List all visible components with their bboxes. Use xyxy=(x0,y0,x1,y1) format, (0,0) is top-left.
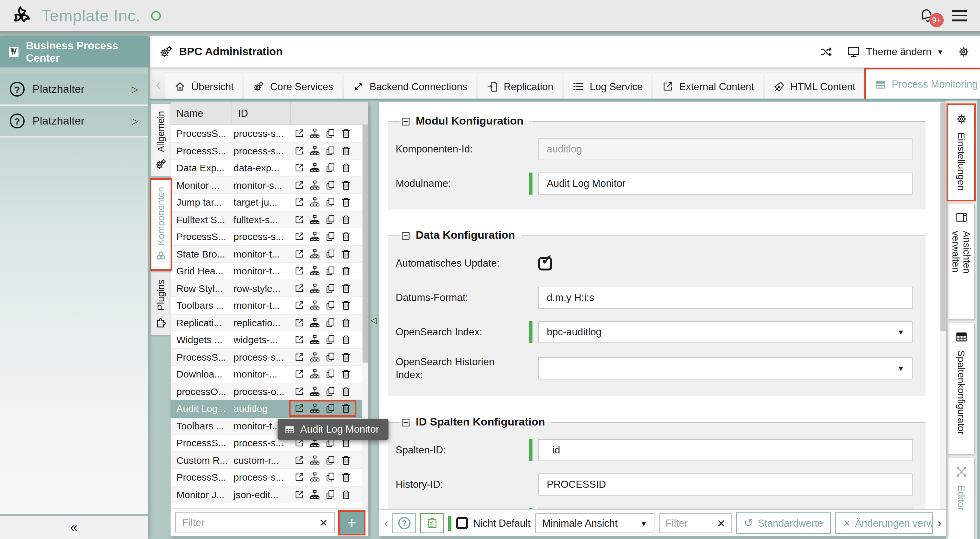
collapse-section-icon[interactable] xyxy=(401,418,410,428)
copy-icon[interactable] xyxy=(325,180,336,191)
sidebar-collapse-button[interactable]: « xyxy=(0,514,148,539)
add-component-button[interactable]: + xyxy=(340,512,364,534)
hierarchy-icon[interactable] xyxy=(309,369,320,380)
column-header-name[interactable]: Name xyxy=(170,102,232,124)
table-row-row-style[interactable]: Row Styl...row-style... xyxy=(170,280,368,297)
tab-html-content[interactable]: HTML Content xyxy=(764,74,864,99)
table-row-process-o[interactable]: processO...process-o... xyxy=(170,383,368,400)
delete-icon[interactable] xyxy=(340,214,352,225)
side-tab-ansichten-verwalten[interactable]: Ansichten verwalten xyxy=(948,204,975,319)
company-logo-icon[interactable] xyxy=(10,5,32,27)
table-row-custom-r[interactable]: Custom R...custom-r... xyxy=(170,452,368,469)
hierarchy-icon[interactable] xyxy=(309,489,320,500)
tab-replication[interactable]: Replication xyxy=(478,74,562,99)
table-row-monitor-t[interactable]: Toolbars ...monitor-t... xyxy=(170,297,368,314)
open-icon[interactable] xyxy=(294,248,305,259)
tab-process-monitoring[interactable]: Process Monitoring xyxy=(866,69,980,99)
open-icon[interactable] xyxy=(294,283,305,294)
side-tab-spaltenkonfigurator[interactable]: Spaltenkonfigurator xyxy=(948,323,975,454)
copy-icon[interactable] xyxy=(325,197,336,208)
category-tab-plugins[interactable]: Plugins xyxy=(151,272,170,334)
copy-icon[interactable] xyxy=(325,334,336,345)
copy-icon[interactable] xyxy=(325,317,336,328)
nicht-default-checkbox[interactable] xyxy=(456,517,469,529)
table-row-process-s[interactable]: ProcessS...process-s... xyxy=(170,125,368,142)
toolbar-scroll-left-icon[interactable]: ‹ xyxy=(384,516,388,530)
hierarchy-icon[interactable] xyxy=(309,403,320,414)
copy-icon[interactable] xyxy=(325,128,336,139)
delete-icon[interactable] xyxy=(340,472,352,483)
category-tab-allgemein[interactable]: Allgemein xyxy=(151,104,170,176)
scrollbar-thumb[interactable] xyxy=(363,125,368,363)
delete-icon[interactable] xyxy=(340,266,352,277)
notifications-button[interactable]: 9+ xyxy=(918,7,935,24)
copy-icon[interactable] xyxy=(325,248,336,259)
table-row-data-exp[interactable]: Data Exp...data-exp... xyxy=(170,159,368,177)
modulname-input[interactable]: Audit Log Monitor xyxy=(538,173,913,195)
standardwerte-button[interactable]: ↺ Standardwerte xyxy=(736,512,831,534)
copy-icon[interactable] xyxy=(325,403,336,414)
help-button[interactable]: ? xyxy=(393,513,416,533)
open-icon[interactable] xyxy=(294,145,305,156)
hierarchy-icon[interactable] xyxy=(309,128,320,139)
hierarchy-icon[interactable] xyxy=(309,283,320,294)
tab-external-content[interactable]: External Content xyxy=(653,74,762,99)
scrollbar-thumb[interactable] xyxy=(941,102,946,331)
hierarchy-icon[interactable] xyxy=(309,472,320,483)
copy-icon[interactable] xyxy=(325,162,336,173)
tabs-scroll-left-icon[interactable]: ‹ xyxy=(156,75,161,94)
copy-icon[interactable] xyxy=(325,489,336,500)
tab-core-services[interactable]: Core Services xyxy=(244,74,342,99)
copy-icon[interactable] xyxy=(325,455,336,466)
delete-icon[interactable] xyxy=(340,248,352,259)
open-icon[interactable] xyxy=(294,334,305,345)
column-header-id[interactable]: ID xyxy=(232,102,291,124)
table-scrollbar[interactable] xyxy=(362,125,368,508)
copy-icon[interactable] xyxy=(325,369,336,380)
open-icon[interactable] xyxy=(294,300,305,311)
delete-icon[interactable] xyxy=(340,351,352,363)
clear-filter-icon[interactable]: × xyxy=(320,516,328,529)
hierarchy-icon[interactable] xyxy=(309,197,320,208)
delete-icon[interactable] xyxy=(340,369,352,380)
category-tab-komponenten[interactable]: Komponenten xyxy=(151,179,170,269)
open-icon[interactable] xyxy=(294,403,305,414)
open-icon[interactable] xyxy=(294,214,305,225)
view-select[interactable]: Minimale Ansicht ▼ xyxy=(535,513,654,533)
copy-icon[interactable] xyxy=(325,145,336,156)
collapse-panel-icon[interactable]: ◁ xyxy=(370,315,377,324)
copy-icon[interactable] xyxy=(325,266,336,277)
delete-icon[interactable] xyxy=(340,128,352,139)
expand-triangle-icon[interactable]: ▷ xyxy=(132,116,138,126)
automatisches-update-checkbox[interactable] xyxy=(538,256,552,270)
open-icon[interactable] xyxy=(294,386,305,397)
delete-icon[interactable] xyxy=(340,283,352,294)
delete-icon[interactable] xyxy=(340,386,352,397)
table-row-process-s[interactable]: ProcessS...process-s... xyxy=(170,469,368,486)
table-row-target-ju[interactable]: Jump tar...target-ju... xyxy=(170,194,368,211)
form-scrollbar[interactable] xyxy=(940,102,947,509)
hierarchy-icon[interactable] xyxy=(309,317,320,328)
komponenten-id-input[interactable]: auditlog xyxy=(538,138,913,160)
tab-log-service[interactable]: Log Service xyxy=(564,74,652,99)
delete-icon[interactable] xyxy=(340,231,352,242)
sidebar-item-platzhalter-1[interactable]: ? Platzhalter ▷ xyxy=(0,74,148,106)
menu-icon[interactable] xyxy=(952,10,967,21)
delete-icon[interactable] xyxy=(340,197,352,208)
table-row-replicatio[interactable]: Replicati...replicatio... xyxy=(170,314,368,331)
delete-icon[interactable] xyxy=(340,455,352,466)
table-row-json-edit[interactable]: Monitor J...json-edit... xyxy=(170,486,368,503)
open-icon[interactable] xyxy=(294,455,305,466)
hierarchy-icon[interactable] xyxy=(309,455,320,466)
open-icon[interactable] xyxy=(294,472,305,483)
open-icon[interactable] xyxy=(294,128,305,139)
copy-icon[interactable] xyxy=(325,386,336,397)
copy-icon[interactable] xyxy=(325,472,336,483)
open-icon[interactable] xyxy=(294,351,305,363)
copy-icon[interactable] xyxy=(325,231,336,242)
hierarchy-icon[interactable] xyxy=(309,162,320,173)
open-icon[interactable] xyxy=(294,369,305,380)
panel-splitter[interactable]: ◁ xyxy=(368,100,379,539)
open-icon[interactable] xyxy=(294,317,305,328)
hierarchy-icon[interactable] xyxy=(309,231,320,242)
